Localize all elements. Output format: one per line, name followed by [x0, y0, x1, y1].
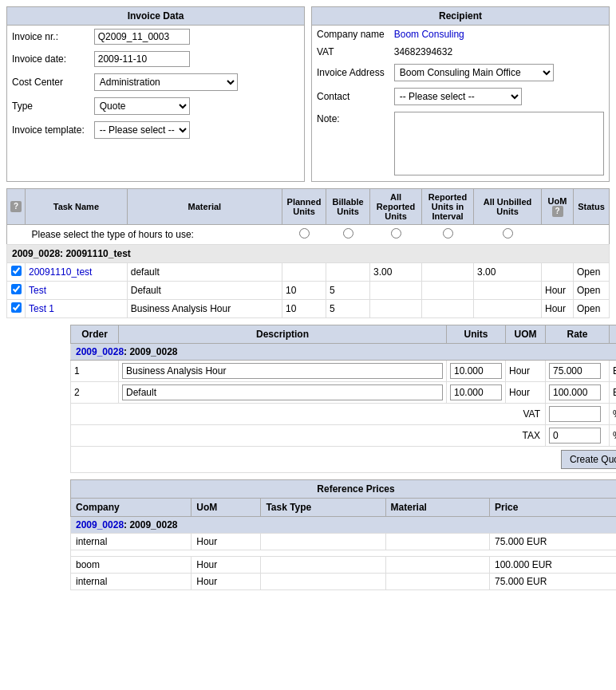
invoice-template-select[interactable]: -- Please select -- — [94, 121, 190, 139]
task-link-1[interactable]: 20091110_test — [29, 266, 92, 278]
order-currency-2: EUR — [610, 382, 617, 404]
company-name-label: Company name — [312, 26, 389, 43]
invoice-nr-label: Invoice nr.: — [7, 26, 89, 48]
radio-billable[interactable] — [343, 228, 353, 239]
order-desc-1[interactable] — [122, 363, 443, 379]
order-col-order: Order — [71, 325, 119, 344]
radio-all-unbilled[interactable] — [503, 228, 513, 239]
order-desc-2[interactable] — [122, 384, 443, 400]
company-name-link[interactable]: Boom Consuling — [394, 29, 464, 40]
col-task-name: Task Name — [26, 189, 128, 225]
task-all-unbilled-1: 3.00 — [474, 263, 542, 282]
tax-label: TAX — [71, 425, 546, 447]
order-col-uom: UOM — [506, 325, 546, 344]
ref-uom-1: Hour — [192, 534, 261, 550]
task-all-reported-3 — [370, 300, 422, 318]
ref-material-1 — [385, 534, 489, 550]
create-quote-button[interactable]: Create Quote — [561, 450, 616, 469]
col-help[interactable]: ? — [7, 189, 26, 225]
invoice-nr-input[interactable] — [94, 29, 190, 45]
order-uom-2: Hour — [506, 382, 546, 404]
order-uom-1: Hour — [506, 361, 546, 382]
vat-value: 34682394632 — [389, 43, 609, 61]
ref-row-2: boom Hour 100.000 EUR — [71, 557, 617, 574]
radio-all-reported[interactable] — [391, 228, 401, 239]
ref-material-3 — [385, 574, 489, 590]
ref-col-uom: UoM — [192, 499, 261, 517]
uom-help-icon[interactable]: ? — [552, 206, 563, 217]
note-textarea[interactable] — [394, 112, 604, 175]
order-col-description: Description — [119, 325, 447, 344]
vat-label: VAT — [312, 43, 389, 61]
order-row-1: 1 Hour EUR — [71, 361, 617, 382]
col-planned-units: PlannedUnits — [282, 189, 326, 225]
help-icon[interactable]: ? — [10, 201, 22, 212]
task-uom-1 — [542, 263, 574, 282]
task-checkbox-1[interactable] — [11, 266, 22, 276]
task-reported-interval-1 — [422, 263, 474, 282]
task-link-2[interactable]: Test — [29, 285, 46, 296]
cost-center-select[interactable]: Administration — [94, 73, 238, 91]
ref-group-link[interactable]: 2009_0028 — [76, 519, 124, 530]
invoice-date-input[interactable] — [94, 51, 190, 67]
group-header-1: 2009_0028: 20091110_test — [7, 245, 610, 263]
radio-planned[interactable] — [299, 228, 310, 239]
task-planned-3: 10 — [282, 300, 326, 318]
ref-company-3: internal — [71, 574, 192, 590]
ref-tasktype-1 — [261, 534, 385, 550]
type-select[interactable]: Quote — [94, 97, 190, 115]
tax-unit: % — [610, 425, 617, 447]
task-all-reported-1: 3.00 — [370, 263, 422, 282]
order-rate-2[interactable] — [549, 384, 601, 400]
order-rate-1[interactable] — [549, 363, 601, 379]
contact-label: Contact — [312, 85, 389, 108]
radio-reported-interval[interactable] — [443, 228, 453, 239]
task-row-3: Test 1 Business Analysis Hour 10 5 Hour … — [7, 300, 610, 318]
task-row-1: 20091110_test default 3.00 3.00 Open — [7, 263, 610, 282]
task-all-unbilled-3 — [474, 300, 542, 318]
ref-col-task-type: Task Type — [261, 499, 385, 517]
vat-label: VAT — [71, 404, 546, 425]
order-group-link[interactable]: 2009_0028 — [76, 346, 124, 357]
vat-unit: % — [610, 404, 617, 425]
ref-uom-2: Hour — [192, 557, 261, 574]
order-units-1[interactable] — [450, 363, 502, 379]
recipient-header: Recipient — [312, 7, 609, 26]
task-billable-1 — [326, 263, 370, 282]
ref-prices-header: Reference Prices — [71, 480, 617, 499]
invoice-address-select[interactable]: Boom Consuling Main Office — [394, 64, 554, 81]
col-reported-units-interval: ReportedUnits inInterval — [422, 189, 474, 225]
cost-center-label: Cost Center — [7, 70, 89, 94]
note-label: Note: — [312, 108, 389, 181]
type-label: Type — [7, 94, 89, 118]
task-link-3[interactable]: Test 1 — [29, 303, 54, 314]
tax-input[interactable] — [549, 428, 601, 444]
task-status-2: Open — [574, 282, 610, 300]
order-group-header: 2009_0028: 2009_0028 — [71, 344, 617, 361]
task-reported-interval-3 — [422, 300, 474, 318]
task-status-1: Open — [574, 263, 610, 282]
tasks-section: ? Task Name Material PlannedUnits Billab… — [6, 188, 610, 318]
col-all-reported-units: AllReportedUnits — [370, 189, 422, 225]
order-row-2: 2 Hour EUR — [71, 382, 617, 404]
ref-group-header: 2009_0028: 2009_0028 — [71, 517, 617, 534]
vat-input[interactable] — [549, 406, 601, 422]
task-uom-2: Hour — [542, 282, 574, 300]
order-num-1: 1 — [71, 361, 119, 382]
order-units-2[interactable] — [450, 384, 502, 400]
col-billable-units: BillableUnits — [326, 189, 370, 225]
task-material-2: Default — [127, 282, 282, 300]
ref-price-1: 75.000 EUR — [489, 534, 616, 550]
task-checkbox-2[interactable] — [11, 284, 22, 294]
invoice-data-panel: Invoice Data Invoice nr.: Invoice date: … — [6, 6, 305, 182]
order-currency-1: EUR — [610, 361, 617, 382]
task-material-3: Business Analysis Hour — [127, 300, 282, 318]
task-checkbox-3[interactable] — [11, 302, 22, 313]
ref-price-2: 100.000 EUR — [489, 557, 616, 574]
contact-select[interactable]: -- Please select -- — [394, 88, 522, 105]
ref-material-2 — [385, 557, 489, 574]
ref-row-3: internal Hour 75.000 EUR — [71, 574, 617, 590]
radio-label: Please select the type of hours to use: — [26, 225, 282, 245]
order-col-currency — [610, 325, 617, 344]
task-material-1: default — [127, 263, 282, 282]
